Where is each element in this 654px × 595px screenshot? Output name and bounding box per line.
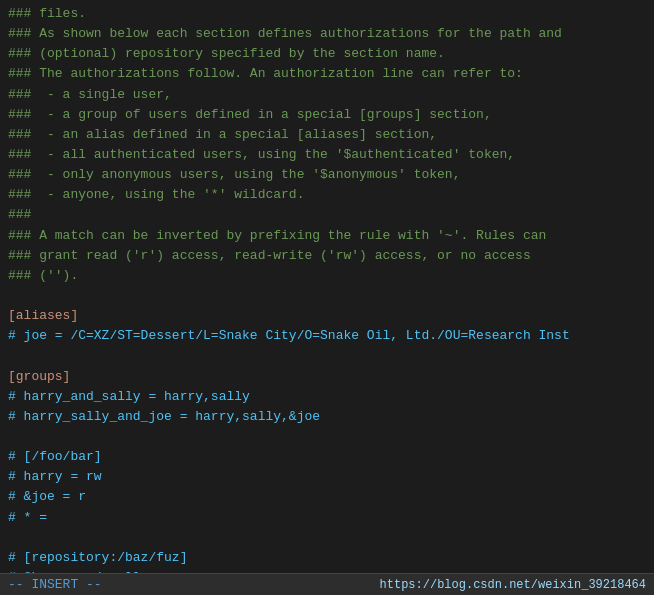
editor-content[interactable]: ### files.### As shown below each sectio…: [0, 0, 654, 573]
editor-line: [groups]: [8, 367, 646, 387]
editor-line: ### As shown below each section defines …: [8, 24, 646, 44]
editor-line: ### (optional) repository specified by t…: [8, 44, 646, 64]
editor-line: # harry_and_sally = harry,sally: [8, 387, 646, 407]
editor-line: # * =: [8, 508, 646, 528]
editor-line: # [repository:/baz/fuz]: [8, 548, 646, 568]
editor-line: # joe = /C=XZ/ST=Dessert/L=Snake City/O=…: [8, 326, 646, 346]
status-bar: -- INSERT -- https://blog.csdn.net/weixi…: [0, 573, 654, 595]
editor-line: ###: [8, 205, 646, 225]
source-url: https://blog.csdn.net/weixin_39218464: [380, 578, 646, 592]
editor-line: [8, 286, 646, 306]
editor-line: # harry_sally_and_joe = harry,sally,&joe: [8, 407, 646, 427]
editor-line: ### - all authenticated users, using the…: [8, 145, 646, 165]
editor-line: [8, 427, 646, 447]
editor-line: ### The authorizations follow. An author…: [8, 64, 646, 84]
editor-line: ### ('').: [8, 266, 646, 286]
editor-line: ### A match can be inverted by prefixing…: [8, 226, 646, 246]
editor-line: ### - anyone, using the '*' wildcard.: [8, 185, 646, 205]
editor-line: [8, 346, 646, 366]
editor-line: ### - an alias defined in a special [ali…: [8, 125, 646, 145]
editor-line: # [/foo/bar]: [8, 447, 646, 467]
editor-line: ### - a single user,: [8, 85, 646, 105]
editor-line: [aliases]: [8, 306, 646, 326]
editor-line: [8, 528, 646, 548]
editor-line: ### files.: [8, 4, 646, 24]
editor-line: ### - a group of users defined in a spec…: [8, 105, 646, 125]
editor-line: # harry = rw: [8, 467, 646, 487]
editor-line: # &joe = r: [8, 487, 646, 507]
code-editor: ### files.### As shown below each sectio…: [0, 0, 654, 595]
insert-mode-indicator: -- INSERT --: [8, 577, 102, 592]
editor-line: ### - only anonymous users, using the '$…: [8, 165, 646, 185]
editor-line: ### grant read ('r') access, read-write …: [8, 246, 646, 266]
